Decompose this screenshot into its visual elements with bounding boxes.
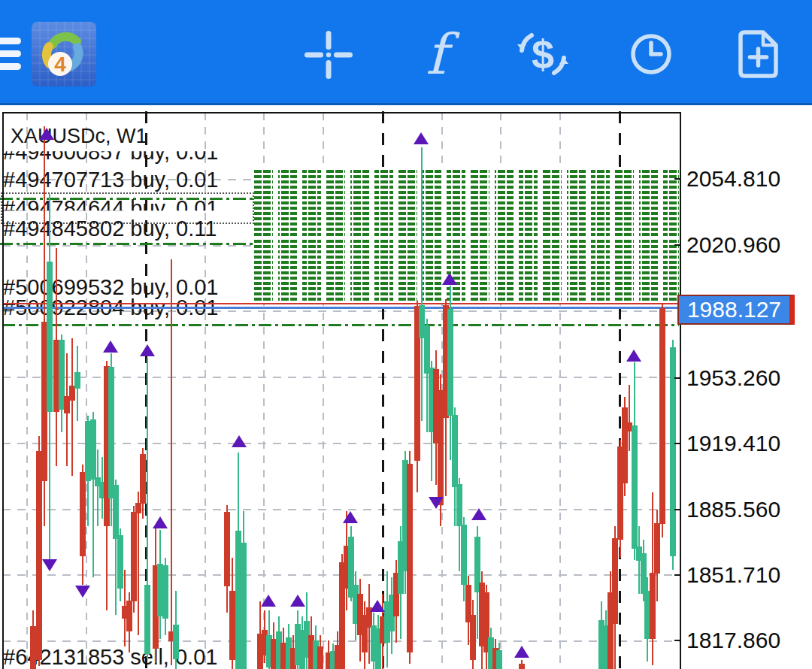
- axis-tick: [674, 178, 681, 180]
- price-axis-label: 1953.260: [686, 365, 780, 391]
- current-price-badge: 1988.127: [677, 295, 795, 325]
- candle-body: [452, 415, 458, 487]
- takeprofit-lines-band: [254, 240, 679, 303]
- arrow-up-marker: [370, 600, 385, 612]
- takeprofit-dash-line: [2, 324, 679, 326]
- arrow-up-marker: [626, 350, 641, 362]
- clock-icon: [629, 32, 673, 76]
- candle-body: [224, 512, 230, 586]
- candle-body: [461, 525, 467, 585]
- candle-body: [654, 523, 660, 574]
- candle-wick: [421, 147, 423, 421]
- candle-body: [456, 484, 462, 526]
- order-label: #494845802 buy, 0.11: [3, 216, 217, 241]
- chart-left-border: [2, 112, 4, 669]
- candle-body: [135, 503, 141, 513]
- arrow-down-marker: [75, 586, 90, 598]
- svg-text:$: $: [532, 32, 554, 77]
- candle-body: [470, 615, 476, 660]
- takeprofit-lines-band: [254, 170, 679, 238]
- candle-body: [622, 407, 628, 483]
- candle-body: [519, 664, 525, 669]
- arrow-up-marker: [514, 646, 529, 658]
- menu-button[interactable]: [0, 35, 26, 74]
- indicators-button[interactable]: f: [412, 21, 460, 89]
- candle-body: [317, 646, 323, 669]
- candle-body: [47, 262, 53, 412]
- axis-tick: [674, 244, 681, 246]
- mt4-logo-icon[interactable]: 4: [32, 22, 96, 86]
- candle-body: [108, 367, 114, 498]
- new-order-doc-icon: [738, 30, 779, 78]
- candle-body: [144, 585, 150, 654]
- arrow-down-marker: [429, 497, 444, 509]
- arrow-down-marker: [42, 559, 57, 571]
- candle-body: [126, 601, 132, 631]
- price-axis-label: 1919.410: [686, 431, 780, 456]
- arrow-up-marker: [103, 341, 118, 353]
- arrow-up-marker: [232, 435, 247, 447]
- arrow-up-marker: [153, 516, 168, 528]
- arrow-up-marker: [140, 344, 155, 356]
- chart-canvas[interactable]: XAUUSDc, W1 #494600857 buy, 0.01#4947077…: [0, 105, 812, 669]
- candle-body: [659, 308, 665, 524]
- candle-body: [229, 591, 235, 660]
- candle-wick: [71, 338, 73, 476]
- candle-body: [241, 543, 247, 669]
- candle-body: [632, 425, 638, 549]
- candle-body: [117, 535, 123, 589]
- trade-button[interactable]: $: [515, 26, 571, 82]
- candle-body: [641, 553, 647, 594]
- candle-body: [162, 565, 168, 619]
- candle-body: [30, 626, 36, 669]
- candle-body: [74, 372, 80, 389]
- svg-text:4: 4: [54, 53, 66, 76]
- candle-body: [424, 325, 430, 374]
- candle-body: [173, 625, 179, 659]
- candle-body: [90, 419, 96, 480]
- price-axis-label: 1817.860: [686, 628, 780, 653]
- candle-body: [131, 512, 137, 601]
- order-label: #494707713 buy, 0.01: [3, 168, 219, 192]
- toolbar: 4 f $: [0, 0, 812, 105]
- axis-tick: [674, 574, 681, 576]
- price-axis-label: 1885.560: [686, 497, 780, 522]
- arrow-up-marker: [261, 595, 276, 607]
- current-bid-price-line: [2, 307, 680, 309]
- mt4-app-screen: 4 f $: [0, 0, 812, 669]
- candle-wick: [97, 450, 98, 526]
- axis-tick: [674, 377, 681, 379]
- price-axis-label: 2020.960: [686, 232, 780, 258]
- axis-tick: [674, 640, 681, 641]
- candle-body: [140, 454, 146, 504]
- crosshair-button[interactable]: [304, 31, 353, 79]
- candle-body: [650, 573, 656, 639]
- candle-wick: [629, 385, 630, 451]
- candle-wick: [171, 259, 172, 665]
- takeprofit-dash-line: [0, 243, 254, 245]
- candle-body: [447, 309, 453, 416]
- candle-body: [36, 451, 42, 660]
- candle-body: [612, 538, 618, 624]
- timeframes-button[interactable]: [629, 32, 673, 76]
- arrow-up-marker: [290, 595, 305, 607]
- axis-tick: [674, 509, 681, 510]
- order-open-price-line: [2, 303, 680, 304]
- axis-tick: [674, 443, 681, 444]
- new-order-button[interactable]: [738, 30, 779, 78]
- arrow-up-marker: [471, 508, 486, 520]
- chart-top-border: [2, 112, 680, 114]
- arrow-up-marker: [414, 132, 429, 144]
- menu-icon: [0, 38, 21, 44]
- arrow-up-marker: [39, 128, 54, 140]
- dollar-trade-icon: $: [515, 26, 571, 82]
- candle-body: [407, 464, 413, 652]
- symbol-period-title: XAUUSDc, W1: [11, 125, 147, 148]
- price-axis-label: 1851.710: [686, 562, 780, 588]
- candle-body: [113, 485, 119, 539]
- arrow-up-marker: [442, 273, 457, 285]
- function-f-icon: f: [412, 21, 460, 87]
- price-axis-label: 2054.810: [686, 166, 780, 192]
- crosshair-icon: [304, 31, 353, 79]
- candle-body: [496, 650, 502, 669]
